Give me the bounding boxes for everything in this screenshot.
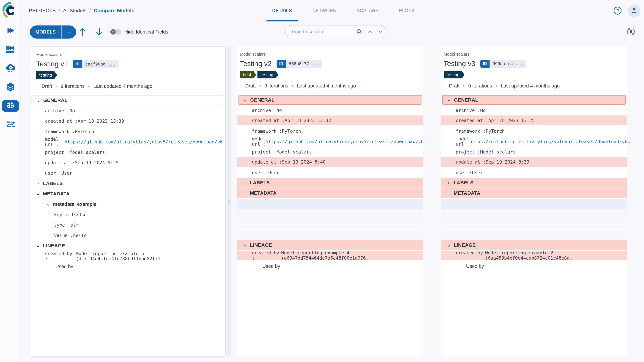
tab-network[interactable]: NETWORK bbox=[311, 0, 338, 21]
tab-scalars[interactable]: SCALARS bbox=[355, 0, 380, 21]
sidebar-item-projects[interactable] bbox=[0, 21, 21, 40]
field-user: user : User bbox=[30, 168, 226, 178]
field-value: Apr 18 2023 13:33 bbox=[284, 118, 331, 123]
field-key: type : bbox=[54, 222, 70, 228]
section-lineage[interactable]: ⌄LINEAGE bbox=[30, 241, 226, 251]
search-prev-button[interactable] bbox=[364, 25, 375, 38]
section-header: ⌄METADATA bbox=[30, 189, 226, 199]
sidebar-item-models[interactable] bbox=[0, 96, 21, 115]
previous-diff-button[interactable] bbox=[78, 27, 87, 37]
section-general[interactable]: ⌄GENERAL bbox=[441, 95, 627, 105]
section-header: ⌄LINEAGE bbox=[30, 241, 226, 251]
field-key: archive : bbox=[45, 108, 70, 113]
field-key: created at : bbox=[45, 118, 78, 124]
field-user: user : User bbox=[237, 167, 423, 178]
field-type: type : str bbox=[30, 220, 226, 230]
field-value: PyTorch bbox=[75, 129, 94, 134]
tags-row: testing bbox=[36, 71, 219, 79]
section-general[interactable]: ⌄GENERAL bbox=[30, 95, 226, 105]
field-value-link[interactable]: https://github.com/ultralytics/yolov5/re… bbox=[469, 139, 630, 144]
collapse-left-icon[interactable]: ‹ bbox=[227, 198, 232, 205]
field-value: Model reporting example 5 (dc3f94e4cfce4… bbox=[76, 251, 226, 261]
chevron-down-icon: ⌄ bbox=[36, 98, 40, 103]
breadcrumb-all-models[interactable]: All Models bbox=[63, 8, 86, 13]
projects-icon bbox=[6, 26, 15, 36]
field-key: project : bbox=[252, 149, 276, 155]
section-metadata[interactable]: METADATA bbox=[237, 188, 423, 199]
field-key: update at : bbox=[456, 159, 486, 165]
sidebar-item-pipelines[interactable] bbox=[0, 115, 21, 134]
section-labels[interactable]: ›LABELS bbox=[237, 178, 423, 188]
section-labels[interactable]: ›LABELS bbox=[30, 178, 226, 189]
metadata-group-metadata-example[interactable]: ⌄metadata_example bbox=[30, 199, 226, 209]
section-header: ⌄LINEAGE bbox=[441, 240, 627, 250]
brain-models-icon bbox=[6, 102, 15, 110]
next-diff-button[interactable] bbox=[94, 27, 104, 37]
project-label: Model scalars bbox=[36, 52, 219, 57]
breadcrumb-separator: / bbox=[59, 8, 60, 13]
field-key: created at : bbox=[252, 118, 284, 123]
field-key: key : edxzDsd bbox=[30, 209, 226, 220]
field-value-link[interactable]: https://github.com/ultralytics/yolov5/re… bbox=[266, 139, 426, 144]
field-key: archive : bbox=[456, 108, 480, 113]
search-next-button[interactable] bbox=[375, 25, 386, 38]
meta-dot bbox=[260, 85, 261, 87]
id-label: ID bbox=[73, 60, 82, 68]
field-key: created by : bbox=[252, 250, 281, 261]
tag-testing[interactable]: testing bbox=[36, 71, 57, 79]
auto-refresh-icon[interactable] bbox=[626, 27, 636, 36]
field-value: edxzDsd bbox=[68, 212, 87, 217]
tag-testing[interactable]: testing bbox=[444, 71, 464, 78]
sidebar-item-datasets[interactable] bbox=[0, 78, 21, 96]
id-value: caef90bd ... bbox=[82, 60, 118, 68]
section-label: METADATA bbox=[43, 191, 70, 197]
empty-diff-row bbox=[441, 219, 627, 230]
field-value-link[interactable]: https://github.com/ultralytics/yolov5/re… bbox=[64, 139, 226, 144]
tag-testing[interactable]: testing bbox=[258, 71, 278, 78]
tab-plots[interactable]: PLOTS bbox=[398, 0, 416, 21]
add-model-button[interactable]: + bbox=[62, 26, 76, 38]
field-key: archive : bbox=[252, 108, 276, 113]
section-metadata[interactable]: METADATA bbox=[441, 188, 627, 199]
field-value: Model scalars bbox=[276, 149, 312, 155]
compare-toolbar: MODELS + Hide Identical Fields bbox=[21, 21, 644, 42]
hide-identical-fields-toggle[interactable] bbox=[110, 29, 122, 34]
chevron-down-icon: ⌄ bbox=[446, 243, 451, 248]
user-avatar[interactable] bbox=[628, 4, 640, 17]
model-card-testing-v1: Model scalarsTesting v1IDcaef90bd ...tes… bbox=[30, 46, 226, 357]
tag-best[interactable]: best bbox=[240, 71, 256, 78]
tags-row: besttesting bbox=[240, 71, 420, 78]
field-value: hello bbox=[73, 233, 87, 238]
chevron-right-icon: › bbox=[243, 180, 247, 185]
models-button[interactable]: MODELS bbox=[30, 29, 62, 35]
model-id-badge[interactable]: IDcaef90bd ... bbox=[73, 60, 118, 68]
section-lineage[interactable]: ⌄LINEAGE bbox=[441, 240, 627, 251]
model-id-badge[interactable]: ID568b8c37 ... bbox=[276, 60, 322, 68]
field-value: User bbox=[472, 170, 483, 175]
help-icon[interactable]: ? bbox=[614, 7, 622, 14]
search-input[interactable] bbox=[286, 29, 354, 34]
metadata-group-label: metadata_example bbox=[53, 201, 96, 207]
model-card-testing-v2: Model scalarsTesting v2ID568b8c37 ...bes… bbox=[237, 46, 423, 357]
used-by-label: Used by bbox=[30, 261, 226, 272]
breadcrumb-projects[interactable]: PROJECTS bbox=[29, 8, 56, 13]
clearml-logo-icon bbox=[2, 2, 18, 19]
section-lineage[interactable]: ⌄LINEAGE bbox=[237, 240, 423, 251]
section-label: GENERAL bbox=[250, 97, 274, 103]
tab-details[interactable]: DETAILS bbox=[271, 0, 293, 21]
app-logo[interactable] bbox=[0, 0, 21, 21]
column-collapse-divider[interactable]: ‹ bbox=[227, 46, 232, 357]
field-key: project : bbox=[456, 149, 480, 155]
model-id-badge[interactable]: ID999dacea ... bbox=[480, 60, 526, 68]
question-mark: ? bbox=[616, 8, 619, 13]
field-value: No bbox=[70, 108, 75, 113]
section-metadata[interactable]: ⌄METADATA bbox=[30, 189, 226, 199]
sidebar-item-applications[interactable] bbox=[0, 59, 21, 78]
breadcrumb-compare-models[interactable]: Compare Models bbox=[94, 8, 134, 13]
iterations-count: 9 iterations bbox=[264, 83, 288, 89]
sidebar-item-workers-queues[interactable] bbox=[0, 40, 21, 59]
section-general[interactable]: ⌄GENERAL bbox=[237, 95, 423, 105]
section-labels[interactable]: ›LABELS bbox=[441, 178, 627, 188]
search-icon[interactable] bbox=[354, 29, 364, 35]
field-framework: framework : PyTorch bbox=[237, 126, 423, 136]
